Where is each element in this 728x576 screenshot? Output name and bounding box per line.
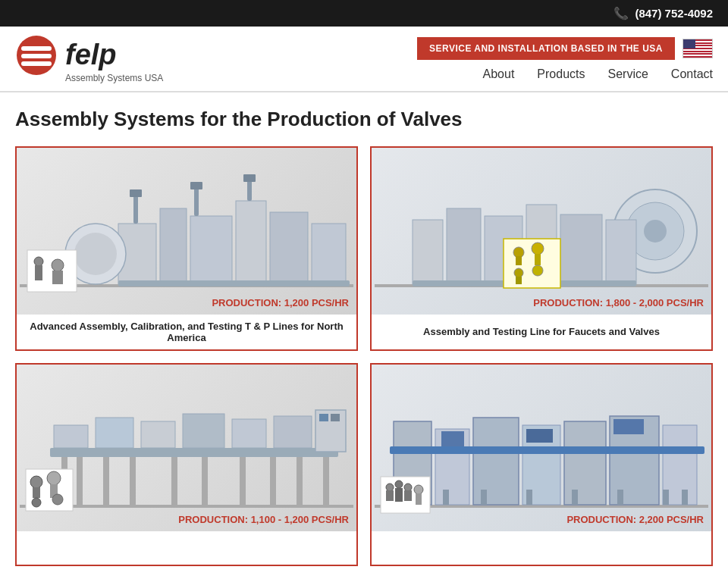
svg-rect-14: [133, 193, 138, 224]
phone-number: (847) 752-4092: [635, 7, 713, 20]
svg-rect-55: [130, 457, 136, 505]
svg-rect-53: [77, 457, 83, 505]
svg-rect-6: [160, 208, 187, 284]
svg-rect-24: [52, 271, 63, 284]
svg-rect-101: [416, 493, 422, 505]
svg-rect-46: [54, 425, 88, 448]
svg-rect-8: [236, 201, 266, 284]
page-title: Assembly Systems for the Production of V…: [15, 108, 713, 131]
product-card-3[interactable]: PRODUCTION: 1,100 - 1,200 PCS/HR: [15, 363, 358, 566]
svg-point-41: [514, 268, 523, 277]
svg-rect-1: [21, 46, 52, 51]
svg-rect-15: [130, 189, 142, 197]
machine-illustration-3: [17, 365, 356, 531]
svg-point-70: [32, 498, 41, 507]
svg-rect-63: [319, 414, 328, 421]
machine-illustration-2: [372, 148, 711, 315]
svg-rect-17: [190, 182, 202, 189]
svg-rect-80: [390, 446, 704, 454]
logo-sub: Assembly Systems USA: [65, 73, 163, 83]
svg-rect-91: [526, 429, 553, 443]
nav-item-contact[interactable]: Contact: [671, 67, 713, 81]
product-card-1[interactable]: PRODUCTION: 1,200 PCS/HR Advanced Assemb…: [15, 146, 358, 351]
svg-rect-99: [404, 490, 412, 501]
svg-point-68: [47, 471, 61, 485]
svg-point-23: [52, 259, 64, 271]
card-caption-3: [17, 531, 356, 565]
svg-rect-40: [535, 254, 541, 265]
svg-rect-50: [232, 419, 266, 448]
svg-rect-3: [21, 61, 52, 66]
nav-item-products[interactable]: Products: [537, 67, 585, 81]
svg-point-21: [34, 257, 43, 266]
svg-rect-90: [441, 431, 464, 446]
svg-point-71: [52, 494, 63, 505]
svg-rect-7: [190, 216, 232, 284]
production-label-2: PRODUCTION: 1,800 - 2,000 PCS/HR: [533, 297, 704, 308]
product-grid: PRODUCTION: 1,200 PCS/HR Advanced Assemb…: [15, 146, 713, 566]
header-right: SERVICE AND INSTALLATION BASED IN THE US…: [417, 37, 713, 81]
svg-rect-84: [481, 490, 487, 505]
logo-text: felp: [65, 39, 117, 71]
product-card-4[interactable]: PRODUCTION: 2,200 PCS/HR: [370, 363, 713, 566]
machine-illustration-4: [372, 365, 711, 531]
svg-rect-16: [194, 186, 199, 216]
svg-rect-60: [297, 457, 303, 505]
svg-rect-87: [617, 490, 623, 505]
svg-rect-38: [516, 256, 522, 265]
svg-rect-20: [27, 250, 77, 292]
nav-menu: About Products Service Contact: [483, 67, 713, 81]
svg-rect-33: [560, 214, 602, 284]
usa-flag-icon: [682, 39, 713, 58]
svg-rect-97: [386, 490, 394, 501]
svg-rect-2: [21, 54, 52, 58]
svg-rect-92: [613, 419, 644, 434]
nav-item-about[interactable]: About: [483, 67, 515, 81]
phone-icon: 📞: [613, 6, 629, 20]
svg-rect-98: [395, 488, 403, 502]
svg-point-94: [386, 484, 394, 491]
svg-rect-61: [323, 457, 329, 505]
card-caption-1: Advanced Assembly, Calibration, and Test…: [17, 315, 356, 349]
svg-rect-11: [118, 280, 350, 286]
svg-point-39: [532, 243, 544, 255]
svg-rect-89: [682, 490, 688, 505]
product-image-2: PRODUCTION: 1,800 - 2,000 PCS/HR: [372, 148, 711, 315]
svg-rect-56: [171, 457, 177, 505]
production-label-3: PRODUCTION: 1,100 - 1,200 PCS/HR: [178, 514, 349, 525]
svg-rect-86: [572, 490, 578, 505]
production-label-4: PRODUCTION: 2,200 PCS/HR: [566, 514, 704, 525]
service-banner: SERVICE AND INSTALLATION BASED IN THE US…: [417, 37, 675, 60]
svg-rect-22: [35, 265, 42, 280]
svg-rect-9: [270, 212, 308, 284]
svg-rect-64: [331, 414, 340, 421]
svg-rect-83: [443, 490, 449, 505]
product-image-3: PRODUCTION: 1,100 - 1,200 PCS/HR: [17, 365, 356, 531]
svg-point-96: [404, 484, 412, 491]
svg-rect-77: [564, 421, 606, 505]
svg-rect-54: [103, 457, 109, 505]
page-content: Assembly Systems for the Production of V…: [0, 92, 728, 576]
svg-rect-19: [243, 174, 256, 182]
svg-rect-48: [141, 421, 175, 448]
nav-item-service[interactable]: Service: [608, 67, 648, 81]
svg-point-13: [74, 233, 117, 275]
product-card-2[interactable]: PRODUCTION: 1,800 - 2,000 PCS/HR Assembl…: [370, 146, 713, 351]
product-image-1: PRODUCTION: 1,200 PCS/HR: [17, 148, 356, 315]
svg-point-28: [644, 220, 667, 243]
machine-illustration-1: [17, 148, 356, 315]
felp-logo-icon: [15, 34, 61, 76]
svg-rect-42: [516, 277, 522, 284]
svg-point-43: [532, 265, 543, 276]
top-bar: 📞 (847) 752-4092: [0, 0, 728, 27]
production-label-1: PRODUCTION: 1,200 PCS/HR: [212, 297, 349, 308]
header: felp Assembly Systems USA SERVICE AND IN…: [0, 27, 728, 92]
svg-rect-29: [413, 220, 443, 284]
svg-rect-34: [606, 220, 636, 284]
svg-rect-58: [240, 457, 246, 505]
svg-rect-49: [183, 414, 224, 448]
svg-rect-75: [473, 418, 519, 505]
svg-point-95: [395, 481, 403, 488]
svg-point-100: [414, 485, 423, 494]
svg-point-37: [513, 247, 524, 258]
